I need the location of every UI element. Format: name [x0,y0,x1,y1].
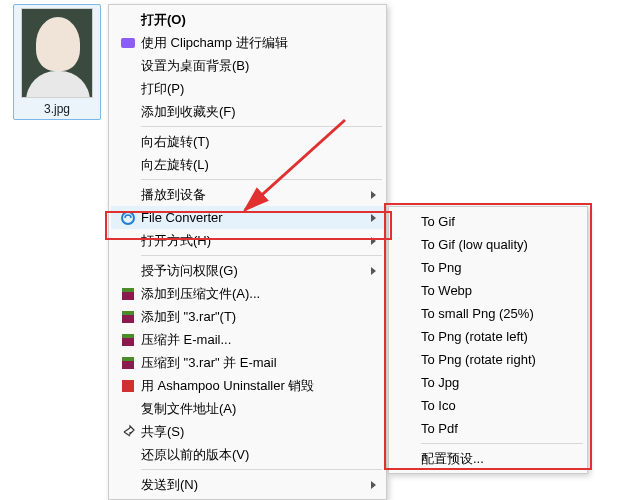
chevron-right-icon [371,481,376,489]
menu-clipchamp[interactable]: 使用 Clipchamp 进行编辑 [111,31,384,54]
separator [421,443,583,444]
svg-rect-10 [122,380,134,392]
chevron-right-icon [371,237,376,245]
menu-print[interactable]: 打印(P) [111,77,384,100]
submenu-to-ico[interactable]: To Ico [391,394,585,417]
share-icon [120,424,136,440]
submenu-to-gif-low[interactable]: To Gif (low quality) [391,233,585,256]
separator [141,179,382,180]
menu-zip-3rar-email[interactable]: 压缩到 "3.rar" 并 E-mail [111,351,384,374]
svg-point-1 [122,212,134,224]
chevron-right-icon [371,191,376,199]
separator [141,469,382,470]
menu-restore-previous[interactable]: 还原以前的版本(V) [111,443,384,466]
menu-add-archive[interactable]: 添加到压缩文件(A)... [111,282,384,305]
chevron-right-icon [371,267,376,275]
menu-send-to[interactable]: 发送到(N) [111,473,384,496]
file-converter-icon [120,210,136,226]
chevron-right-icon [371,214,376,222]
file-converter-submenu: To Gif To Gif (low quality) To Png To We… [388,206,588,474]
menu-cast-to-device[interactable]: 播放到设备 [111,183,384,206]
file-thumbnail[interactable]: 3.jpg [17,8,97,116]
submenu-to-small-png[interactable]: To small Png (25%) [391,302,585,325]
svg-rect-7 [122,334,134,338]
submenu-to-pdf[interactable]: To Pdf [391,417,585,440]
winrar-icon [120,286,136,302]
menu-file-converter[interactable]: File Converter [111,206,384,229]
menu-add-3rar[interactable]: 添加到 "3.rar"(T) [111,305,384,328]
svg-rect-3 [122,288,134,292]
svg-rect-5 [122,311,134,315]
svg-rect-9 [122,357,134,361]
svg-rect-0 [121,38,135,48]
submenu-to-gif[interactable]: To Gif [391,210,585,233]
menu-add-favorites[interactable]: 添加到收藏夹(F) [111,100,384,123]
winrar-icon [120,309,136,325]
winrar-icon [120,355,136,371]
submenu-to-png-rotate-left[interactable]: To Png (rotate left) [391,325,585,348]
submenu-to-png-rotate-right[interactable]: To Png (rotate right) [391,348,585,371]
submenu-configure-presets[interactable]: 配置预设... [391,447,585,470]
menu-grant-access[interactable]: 授予访问权限(G) [111,259,384,282]
menu-set-background[interactable]: 设置为桌面背景(B) [111,54,384,77]
submenu-to-webp[interactable]: To Webp [391,279,585,302]
menu-open[interactable]: 打开(O) [111,8,384,31]
context-menu: 打开(O) 使用 Clipchamp 进行编辑 设置为桌面背景(B) 打印(P)… [108,4,387,500]
winrar-icon [120,332,136,348]
clipchamp-icon [120,35,136,51]
separator [141,126,382,127]
menu-rotate-right[interactable]: 向右旋转(T) [111,130,384,153]
ashampoo-icon [120,378,136,394]
menu-zip-email[interactable]: 压缩并 E-mail... [111,328,384,351]
submenu-to-png[interactable]: To Png [391,256,585,279]
submenu-to-jpg[interactable]: To Jpg [391,371,585,394]
separator [141,255,382,256]
menu-share[interactable]: 共享(S) [111,420,384,443]
menu-copy-path[interactable]: 复制文件地址(A) [111,397,384,420]
menu-rotate-left[interactable]: 向左旋转(L) [111,153,384,176]
menu-open-with[interactable]: 打开方式(H) [111,229,384,252]
menu-ashampoo[interactable]: 用 Ashampoo Uninstaller 销毁 [111,374,384,397]
